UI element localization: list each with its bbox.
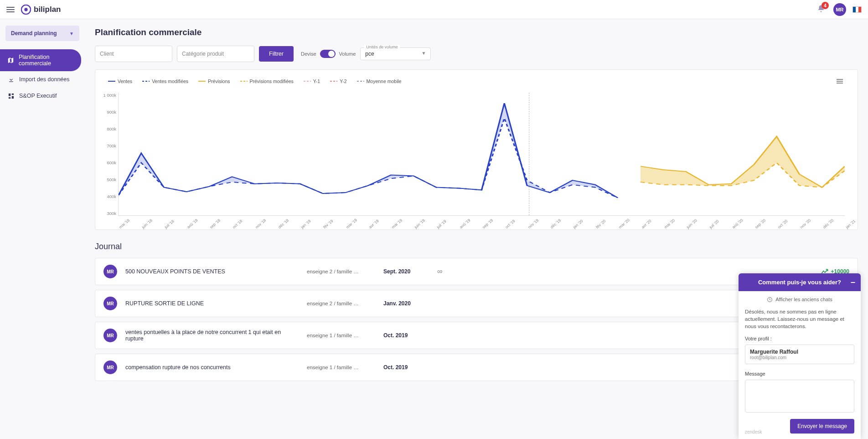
workspace-label: Demand planning: [11, 30, 57, 37]
profile-name: Marguerite Raffoul: [750, 349, 849, 355]
avatar: MR: [103, 329, 117, 342]
sidebar: Demand planning ▼ Planification commerci…: [0, 19, 85, 394]
profile-card[interactable]: Marguerite Raffoul root@biliplan.com: [745, 345, 854, 364]
infinity-icon: ∞: [437, 267, 442, 276]
svg-rect-2: [8, 93, 10, 96]
entry-category: enseigne 2 / famille …: [307, 269, 375, 274]
entry-category: enseigne 1 / famille …: [307, 333, 375, 338]
entry-category: enseigne 1 / famille …: [307, 365, 375, 370]
y-axis: 1 000k900k800k700k600k500k400k300k: [98, 93, 116, 216]
svg-rect-4: [11, 96, 13, 99]
avatar: MR: [103, 297, 117, 310]
dashboard-icon: [7, 92, 15, 99]
legend-item[interactable]: Prévisions: [198, 78, 230, 84]
legend-swatch: [357, 81, 364, 82]
logo[interactable]: biliplan: [21, 5, 61, 15]
clock-icon: [767, 297, 773, 303]
map-icon: [7, 57, 14, 64]
entry-date: Janv. 2020: [383, 300, 429, 307]
chevron-down-icon: ▼: [69, 31, 74, 36]
chevron-down-icon: ▼: [421, 51, 426, 56]
legend-swatch: [304, 81, 311, 82]
notifications-icon[interactable]: 4: [817, 5, 825, 14]
legend-item[interactable]: Moyenne mobile: [357, 78, 402, 84]
legend-item[interactable]: Ventes modifiées: [142, 78, 188, 84]
legend: VentesVentes modifiéesPrévisionsPrévisio…: [108, 76, 845, 86]
message-input[interactable]: [745, 380, 854, 394]
legend-item[interactable]: Y-1: [304, 78, 320, 84]
message-label: Message: [745, 371, 765, 376]
notification-badge: 4: [822, 2, 829, 9]
legend-swatch: [108, 81, 115, 82]
nav-label: S&OP Executif: [19, 93, 57, 99]
client-input[interactable]: Client: [95, 46, 172, 62]
units-label: Unités de volume: [364, 45, 400, 49]
avatar: MR: [103, 265, 117, 278]
currency-volume-toggle[interactable]: [320, 50, 336, 58]
devise-label: Devise: [301, 51, 316, 57]
svg-rect-5: [8, 97, 10, 99]
legend-item[interactable]: Y-2: [330, 78, 346, 84]
chat-widget: Comment puis-je vous aider? – Afficher l…: [739, 273, 861, 394]
nav-item-0[interactable]: Planification commerciale: [0, 49, 81, 71]
entry-title: 500 NOUVEAUX POINTS DE VENTES: [125, 268, 299, 275]
nav-label: Planification commerciale: [19, 54, 74, 67]
entry-category: enseigne 2 / famille …: [307, 301, 375, 306]
legend-swatch: [142, 81, 150, 82]
category-input[interactable]: Catégorie produit: [177, 46, 254, 62]
workspace-selector[interactable]: Demand planning ▼: [5, 26, 79, 41]
nav-item-1[interactable]: Import des données: [0, 71, 85, 88]
avatar[interactable]: MR: [833, 3, 846, 16]
entry-date: Sept. 2020: [383, 268, 429, 275]
x-axis: mai '18juin '18juil '18aoû '18sep '18oct…: [118, 226, 845, 230]
offline-message: Désolés, nous ne sommes pas en ligne act…: [745, 308, 854, 330]
plot: [118, 93, 845, 216]
volume-label: Volume: [339, 51, 356, 57]
nav-label: Import des données: [19, 76, 70, 83]
filter-bar: Client Catégorie produit Filtrer Devise …: [95, 46, 858, 62]
nav-item-2[interactable]: S&OP Executif: [0, 88, 85, 104]
brand-text: biliplan: [34, 5, 61, 14]
entry-title: compensation rupture de nos concurrents: [125, 364, 299, 371]
menu-icon[interactable]: [6, 5, 15, 14]
entry-title: ventes pontuelles à la place de notre co…: [125, 329, 299, 342]
page-title: Planification commerciale: [95, 27, 858, 37]
legend-swatch: [240, 81, 248, 82]
volume-units-select[interactable]: Unités de volume pce ▼: [360, 47, 431, 60]
chart-card: VentesVentes modifiéesPrévisionsPrévisio…: [95, 69, 858, 230]
profile-label: Votre profil :: [745, 336, 772, 341]
legend-item[interactable]: Prévisions modifiées: [240, 78, 294, 84]
legend-swatch: [330, 81, 337, 82]
units-value: pce: [365, 51, 374, 57]
show-old-chats[interactable]: Afficher les anciens chats: [745, 297, 854, 303]
download-icon: [7, 76, 15, 83]
svg-point-1: [24, 8, 27, 11]
app-header: biliplan 4 MR: [0, 0, 868, 19]
entry-title: RUPTURE SORTIE DE LIGNE: [125, 300, 299, 307]
today-line: [529, 93, 529, 215]
journal-title: Journal: [95, 242, 858, 251]
legend-swatch: [198, 81, 206, 82]
profile-email: root@biliplan.com: [750, 355, 849, 360]
entry-date: Oct. 2019: [383, 332, 429, 339]
chat-header: Comment puis-je vous aider? –: [739, 273, 861, 291]
minimize-icon[interactable]: –: [851, 277, 855, 287]
logo-icon: [21, 5, 31, 15]
locale-flag[interactable]: [852, 6, 862, 13]
legend-item[interactable]: Ventes: [108, 78, 132, 84]
chart: 1 000k900k800k700k600k500k400k300k mai '…: [108, 93, 845, 225]
avatar: MR: [103, 361, 117, 374]
chart-menu-icon[interactable]: [835, 76, 845, 86]
entry-date: Oct. 2019: [383, 364, 429, 371]
filter-button[interactable]: Filtrer: [259, 46, 294, 62]
svg-rect-3: [11, 93, 13, 94]
